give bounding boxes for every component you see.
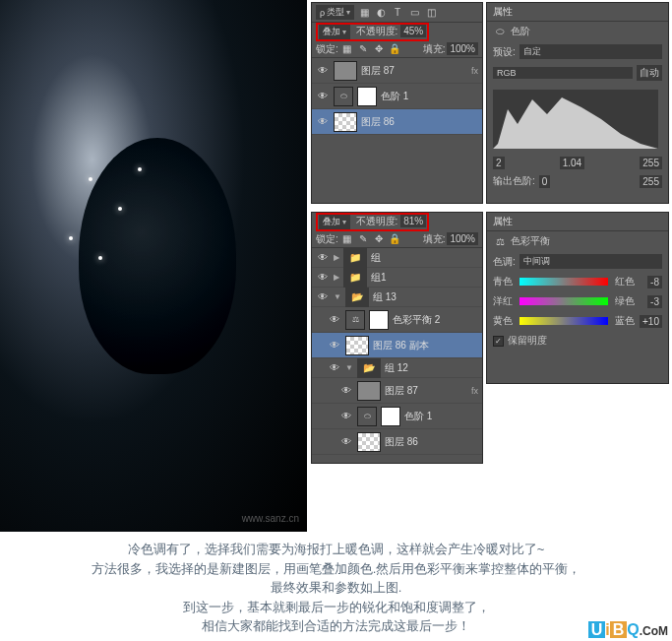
folder-row[interactable]: 👁 ▶ 📁 组 (312, 248, 482, 268)
visibility-icon[interactable]: 👁 (316, 290, 330, 304)
blend-mode-dropdown[interactable]: 叠加 ▾ (319, 25, 350, 39)
yellow-blue-row: 黄色 蓝色 +10 (487, 311, 668, 331)
layer-row[interactable]: 👁 图层 87 fx (312, 58, 482, 84)
out-black[interactable]: 0 (539, 175, 551, 188)
lock-move-icon[interactable]: ✥ (372, 232, 386, 246)
visibility-icon[interactable]: 👁 (316, 90, 330, 103)
lock-row: 锁定: ▦ ✎ ✥ 🔒 填充: 100% (312, 40, 482, 58)
layers-panel-bottom: 叠加 ▾ 不透明度: 81% 锁定: ▦ ✎ ✥ 🔒 填充: 100% 👁 ▶ … (311, 212, 483, 464)
adj-thumb: ⬭ (334, 87, 353, 106)
layer-name: 色阶 1 (404, 410, 432, 423)
layer-name: 图层 86 (385, 435, 418, 449)
layer-name: 色阶 1 (381, 90, 408, 103)
visibility-icon[interactable]: 👁 (328, 361, 341, 375)
folder-arrow-icon[interactable]: ▶ (334, 253, 339, 262)
visibility-icon[interactable]: 👁 (328, 339, 341, 353)
blend-mode-dropdown[interactable]: 叠加 ▾ (319, 215, 350, 229)
filter-adj-icon[interactable]: ◐ (374, 6, 388, 20)
layer-row[interactable]: 👁 图层 87 fx (312, 378, 482, 404)
tone-dropdown[interactable]: 中间调 (519, 254, 662, 269)
visibility-icon[interactable]: 👁 (316, 64, 330, 78)
layer-name: 组 13 (373, 290, 397, 304)
layer-thumb (334, 61, 357, 81)
slider-value[interactable]: -3 (647, 295, 662, 308)
mask-thumb (357, 87, 377, 106)
red-highlight-box: 叠加 ▾ 不透明度: 81% (316, 213, 429, 231)
visibility-icon[interactable]: 👁 (339, 384, 353, 398)
layer-thumb (345, 336, 369, 355)
lock-all-icon[interactable]: 🔒 (388, 42, 401, 56)
slider-value[interactable]: +10 (640, 315, 662, 328)
colorbalance-icon: ⚖ (493, 234, 507, 248)
lock-paint-icon[interactable]: ✎ (356, 232, 370, 246)
panel-tab[interactable]: 属性 (487, 3, 668, 22)
yellow-blue-slider[interactable] (519, 317, 608, 325)
channel-dropdown[interactable]: RGB (493, 67, 633, 79)
watermark: www.sanz.cn (242, 513, 299, 524)
layer-row[interactable]: 👁 ⬭ 色阶 1 (312, 404, 482, 429)
caption-line: 最终效果和参数如上图. (0, 578, 672, 598)
fx-badge[interactable]: fx (471, 66, 478, 76)
lock-all-icon[interactable]: 🔒 (388, 232, 401, 246)
visibility-icon[interactable]: 👁 (339, 410, 353, 423)
layer-row-selected[interactable]: 👁 图层 86 (312, 109, 482, 135)
output-label: 输出色阶: (493, 174, 535, 188)
lock-move-icon[interactable]: ✥ (372, 42, 386, 56)
fill-input[interactable]: 100% (447, 42, 478, 55)
sparkle (89, 177, 92, 181)
slider-left-label: 黄色 (493, 314, 513, 328)
slider-left-label: 洋红 (493, 294, 513, 308)
out-white[interactable]: 255 (640, 175, 662, 188)
slider-left-label: 青色 (493, 275, 513, 288)
folder-arrow-icon[interactable]: ▶ (334, 273, 339, 282)
magenta-green-slider[interactable] (519, 297, 608, 305)
sparkle (118, 207, 122, 211)
lock-row: 锁定: ▦ ✎ ✥ 🔒 填充: 100% (312, 230, 482, 248)
visibility-icon[interactable]: 👁 (339, 435, 353, 449)
magenta-green-row: 洋红 绿色 -3 (487, 291, 668, 311)
slider-value[interactable]: -8 (647, 276, 662, 288)
auto-button[interactable]: 自动 (637, 65, 662, 81)
input-level-values: 2 1.04 255 (487, 155, 668, 171)
panel-tab[interactable]: 属性 (487, 213, 668, 231)
cyan-red-row: 青色 红色 -8 (487, 272, 668, 291)
layer-name: 组 12 (385, 361, 408, 375)
output-label-row: 输出色阶: 0 255 (487, 171, 668, 191)
lock-paint-icon[interactable]: ✎ (356, 42, 370, 56)
in-white[interactable]: 255 (640, 157, 662, 169)
in-black[interactable]: 2 (493, 157, 505, 169)
cyan-red-slider[interactable] (519, 278, 608, 286)
kind-dropdown[interactable]: ρ 类型 ▾ (316, 5, 354, 20)
visibility-icon[interactable]: 👁 (316, 115, 330, 129)
layer-row[interactable]: 👁 图层 86 (312, 429, 482, 455)
folder-row-open[interactable]: 👁 ▼ 📂 组 13 (312, 288, 482, 307)
preserve-checkbox[interactable]: ✓ (493, 336, 504, 347)
filter-pixel-icon[interactable]: ▦ (357, 6, 371, 20)
fx-badge[interactable]: fx (471, 386, 478, 396)
filter-smart-icon[interactable]: ◫ (424, 6, 438, 20)
lock-trans-icon[interactable]: ▦ (340, 42, 354, 56)
folder-row[interactable]: 👁 ▶ 📁 组1 (312, 268, 482, 288)
visibility-icon[interactable]: 👁 (316, 251, 330, 265)
opacity-input[interactable]: 81% (400, 215, 426, 227)
opacity-input[interactable]: 45% (400, 25, 426, 37)
visibility-icon[interactable]: 👁 (316, 271, 330, 285)
folder-arrow-icon[interactable]: ▼ (334, 292, 341, 301)
in-gamma[interactable]: 1.04 (560, 157, 584, 169)
folder-arrow-icon[interactable]: ▼ (345, 363, 353, 372)
visibility-icon[interactable]: 👁 (328, 313, 341, 327)
levels-icon: ⬭ (493, 25, 507, 38)
folder-row-open[interactable]: 👁 ▼ 📂 组 12 (312, 358, 482, 378)
lock-trans-icon[interactable]: ▦ (340, 232, 354, 246)
filter-text-icon[interactable]: T (391, 6, 404, 20)
layer-row-selected[interactable]: 👁 图层 86 副本 (312, 333, 482, 358)
layer-row[interactable]: 👁 ⬭ 色阶 1 (312, 84, 482, 109)
tone-label: 色调: (493, 255, 516, 269)
blend-row: 叠加 ▾ 不透明度: 81% (312, 213, 482, 230)
fill-input[interactable]: 100% (447, 232, 478, 245)
layer-row[interactable]: 👁 ⚖ 色彩平衡 2 (312, 307, 482, 333)
fill-label: 填充: (423, 42, 446, 56)
filter-shape-icon[interactable]: ▭ (407, 6, 421, 20)
preset-dropdown[interactable]: 自定 (519, 44, 662, 59)
histogram (493, 90, 658, 149)
